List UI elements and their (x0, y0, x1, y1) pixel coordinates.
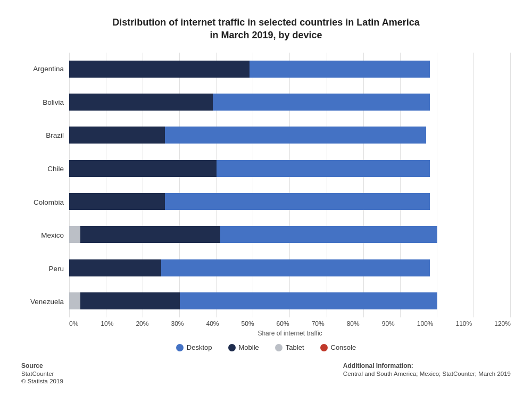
x-axis-tick-11: 110% (456, 320, 472, 327)
legend-label-console: Console (331, 343, 356, 351)
bar-segment (69, 226, 80, 243)
x-axis-tick-9: 90% (382, 320, 395, 327)
source-value: StatCounter (21, 371, 63, 377)
x-axis-tick-10: 100% (417, 320, 434, 327)
title-line1: Distribution of internet traffic in sele… (112, 17, 419, 28)
x-axis-tick-6: 60% (277, 320, 289, 327)
bars-section: 0%10%20%30%40%50%60%70%80%90%100%110%120… (69, 53, 511, 337)
bar-track-colombia (69, 193, 511, 210)
bar-row-colombia (69, 191, 511, 212)
y-label-argentina: Argentina (21, 65, 64, 73)
x-axis: 0%10%20%30%40%50%60%70%80%90%100%110%120… (69, 317, 511, 327)
bar-row-argentina (69, 59, 511, 79)
bar-segment (69, 259, 161, 276)
bar-segment (69, 193, 165, 210)
x-axis-tick-8: 80% (347, 320, 360, 327)
bar-segment (69, 160, 217, 177)
bar-row-venezuela (69, 291, 511, 311)
legend-item-desktop: Desktop (176, 343, 212, 351)
title-line2: in March 2019, by device (210, 30, 322, 40)
bar-track-argentina (69, 61, 511, 78)
y-axis-labels: ArgentinaBoliviaBrazilChileColombiaMexic… (21, 53, 69, 337)
bar-segment (80, 292, 180, 309)
y-label-brazil: Brazil (21, 131, 64, 139)
legend-item-tablet: Tablet (275, 343, 304, 351)
legend-dot-mobile (228, 344, 236, 351)
bars-and-labels: ArgentinaBoliviaBrazilChileColombiaMexic… (21, 53, 511, 337)
y-label-bolivia: Bolivia (21, 98, 64, 106)
legend-item-console: Console (320, 343, 356, 351)
bar-row-mexico (69, 224, 511, 245)
bar-segment (165, 193, 430, 210)
bar-segment (80, 226, 220, 243)
bar-track-mexico (69, 226, 511, 243)
bar-segment (69, 94, 213, 111)
bar-row-bolivia (69, 92, 511, 112)
y-label-mexico: Mexico (21, 231, 64, 239)
legend-label-tablet: Tablet (286, 343, 304, 351)
legend-dot-desktop (176, 344, 184, 351)
x-axis-tick-12: 120% (494, 320, 511, 327)
x-axis-label: Share of internet traffic (69, 330, 511, 337)
y-label-peru: Peru (21, 265, 64, 273)
x-axis-tick-7: 70% (312, 320, 325, 327)
chart-container: Distribution of internet traffic in sele… (0, 0, 532, 395)
copyright: © Statista 2019 (21, 378, 63, 384)
legend-label-desktop: Desktop (187, 343, 212, 351)
x-axis-tick-1: 10% (101, 320, 113, 327)
legend-dot-tablet (275, 344, 282, 351)
additional-value: Central and South America; Mexico; StatC… (343, 371, 511, 377)
bar-row-brazil (69, 125, 511, 145)
chart-title: Distribution of internet traffic in sele… (21, 16, 511, 42)
source-label: Source (21, 362, 63, 369)
bar-track-chile (69, 160, 511, 177)
x-axis-tick-4: 40% (206, 320, 219, 327)
bar-segment (250, 61, 430, 78)
bar-row-chile (69, 158, 511, 179)
chart-area: ArgentinaBoliviaBrazilChileColombiaMexic… (21, 53, 511, 384)
bar-segment (69, 292, 80, 309)
bar-segment (217, 160, 430, 177)
bar-segment (69, 61, 250, 78)
bar-track-brazil (69, 127, 511, 144)
y-label-venezuela: Venezuela (21, 298, 64, 306)
bar-row-peru (69, 258, 511, 278)
bar-segment (180, 292, 437, 309)
x-axis-tick-5: 50% (242, 320, 254, 327)
bar-track-peru (69, 259, 511, 276)
x-axis-tick-2: 20% (136, 320, 148, 327)
x-axis-tick-3: 30% (171, 320, 184, 327)
legend-dot-console (320, 344, 328, 351)
y-label-chile: Chile (21, 165, 64, 173)
legend-item-mobile: Mobile (228, 343, 259, 351)
grid-and-bars (69, 53, 511, 317)
bar-segment (165, 127, 426, 144)
y-label-colombia: Colombia (21, 198, 64, 206)
bar-track-bolivia (69, 94, 511, 111)
footer: Source StatCounter © Statista 2019 Addit… (21, 362, 511, 384)
bar-segment (69, 127, 165, 144)
bar-track-venezuela (69, 292, 511, 309)
footer-right: Additional Information: Central and Sout… (343, 362, 511, 384)
footer-left: Source StatCounter © Statista 2019 (21, 362, 63, 384)
bar-segment (220, 226, 437, 243)
x-axis-tick-0: 0% (69, 320, 78, 327)
bar-segment (161, 259, 430, 276)
legend: DesktopMobileTabletConsole (21, 343, 511, 351)
legend-label-mobile: Mobile (239, 343, 259, 351)
bar-segment (213, 94, 430, 111)
additional-label: Additional Information: (343, 362, 511, 369)
